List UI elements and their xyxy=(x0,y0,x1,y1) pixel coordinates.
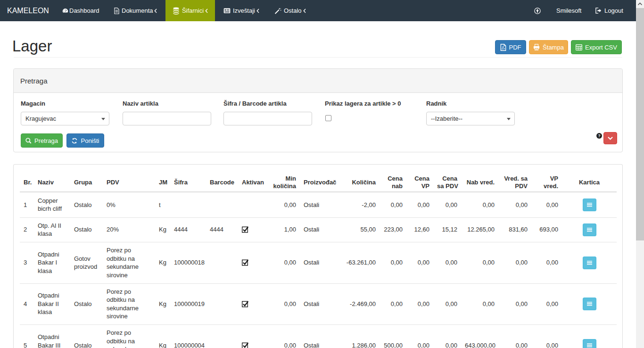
svg-text:?: ? xyxy=(598,134,600,138)
